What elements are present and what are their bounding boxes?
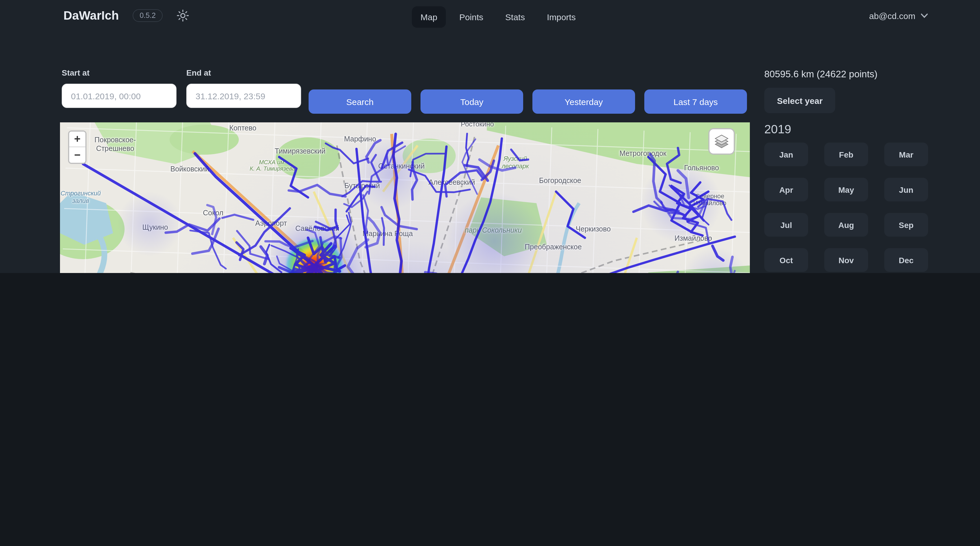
chevron-down-icon (921, 13, 928, 19)
last-7-days-button[interactable]: Last 7 days (644, 89, 747, 114)
today-button[interactable]: Today (420, 89, 523, 114)
month-button[interactable]: Nov (824, 248, 868, 272)
zoom-in-button[interactable]: + (69, 132, 85, 147)
yesterday-button[interactable]: Yesterday (532, 89, 635, 114)
month-button[interactable]: Jan (764, 142, 808, 166)
sun-icon (177, 9, 189, 22)
month-button[interactable]: May (824, 178, 868, 201)
start-at-label: Start at (62, 68, 177, 77)
start-at-input[interactable] (62, 84, 177, 108)
main-nav: MapPointsStatsImports (412, 6, 584, 28)
month-button[interactable]: Oct (764, 248, 808, 272)
app-logo: DaWarIch (64, 9, 119, 22)
select-year-button[interactable]: Select year (764, 88, 835, 113)
month-button[interactable]: Mar (884, 142, 928, 166)
sidebar: 80595.6 km (24622 points) Select year 20… (764, 68, 937, 273)
month-button[interactable]: Dec (884, 248, 928, 272)
map-canvas[interactable]: РостокиноКоптевоПокровское- СтрешневоМар… (60, 122, 750, 273)
month-button[interactable]: Feb (824, 142, 868, 166)
version-badge: 0.5.2 (133, 9, 163, 22)
year-heading: 2019 (764, 122, 937, 136)
gps-tracks-layer (60, 122, 750, 273)
month-button[interactable]: Aug (824, 213, 868, 237)
month-button[interactable]: Jun (884, 178, 928, 201)
tab-imports[interactable]: Imports (538, 6, 584, 28)
distance-stats: 80595.6 km (24622 points) (764, 68, 937, 80)
brand: DaWarIch 0.5.2 (64, 9, 189, 22)
layers-control-button[interactable] (708, 128, 735, 155)
layers-icon (714, 133, 730, 150)
month-button[interactable]: Jul (764, 213, 808, 237)
app-root: DaWarIch 0.5.2 MapPointsStatsImports ab@… (0, 0, 980, 273)
tab-points[interactable]: Points (450, 6, 492, 28)
end-at-field: End at (186, 68, 301, 108)
start-at-field: Start at (62, 68, 177, 108)
theme-toggle-button[interactable] (177, 9, 189, 22)
end-at-label: End at (186, 68, 301, 77)
zoom-out-button[interactable]: − (69, 147, 85, 163)
filter-actions: SearchTodayYesterdayLast 7 days (309, 89, 747, 114)
map-zoom-control: + − (68, 131, 86, 164)
month-button[interactable]: Sep (884, 213, 928, 237)
month-grid: JanFebMarAprMayJunJulAugSepOctNovDec (764, 142, 937, 272)
account-menu[interactable]: ab@cd.com (865, 10, 932, 21)
search-button[interactable]: Search (309, 89, 411, 114)
tab-stats[interactable]: Stats (496, 6, 533, 28)
tab-map[interactable]: Map (412, 6, 446, 28)
end-at-input[interactable] (186, 84, 301, 108)
month-button[interactable]: Apr (764, 178, 808, 201)
account-email: ab@cd.com (869, 11, 915, 21)
